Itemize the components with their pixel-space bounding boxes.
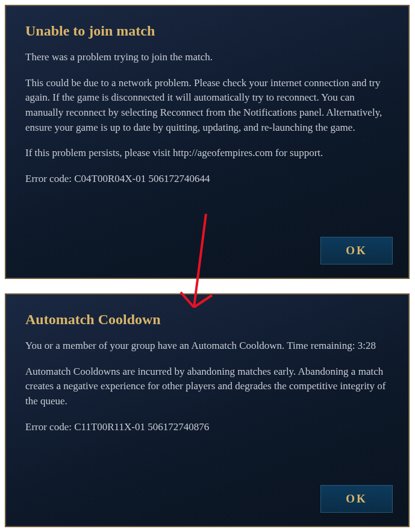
dialog-title: Automatch Cooldown <box>25 311 389 328</box>
dialog-title: Unable to join match <box>25 23 389 39</box>
dialog-message-1: There was a problem trying to join the m… <box>25 50 389 65</box>
ok-button[interactable]: OK <box>320 237 393 264</box>
dialog-error-code: Error code: C11T00R11X-01 506172740876 <box>25 420 389 435</box>
dialog-error-code: Error code: C04T00R04X-01 506172740644 <box>25 172 389 187</box>
dialog-message-3: If this problem persists, please visit h… <box>25 146 389 161</box>
dialog-message-2: Automatch Cooldowns are incurred by aban… <box>25 365 389 409</box>
dialog-body: You or a member of your group have an Au… <box>25 339 389 434</box>
ok-button[interactable]: OK <box>320 485 393 513</box>
dialog-message-1: You or a member of your group have an Au… <box>25 339 389 354</box>
dialog-body: There was a problem trying to join the m… <box>25 50 389 186</box>
error-dialog-unable-to-join: Unable to join match There was a problem… <box>5 5 410 279</box>
error-dialog-automatch-cooldown: Automatch Cooldown You or a member of yo… <box>5 293 410 527</box>
dialog-message-2: This could be due to a network problem. … <box>25 76 389 136</box>
